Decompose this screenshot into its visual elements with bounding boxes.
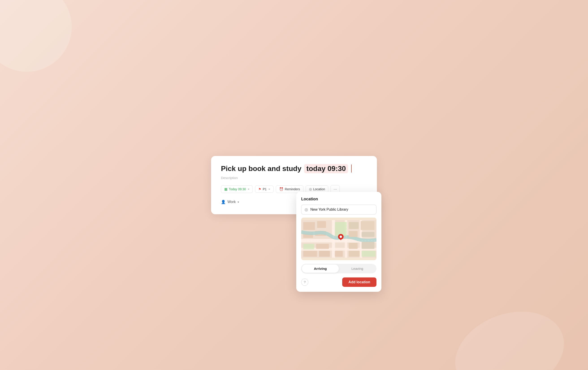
add-location-button[interactable]: Add location	[342, 277, 377, 287]
popup-footer: ? Add location	[301, 277, 377, 287]
task-title-static: Pick up book and study	[221, 165, 301, 173]
location-search-input[interactable]	[310, 208, 373, 211]
alarm-icon: ⏰	[279, 187, 284, 191]
priority-chip[interactable]: ⚑ P1 ×	[255, 186, 273, 193]
svg-rect-21	[335, 222, 347, 236]
svg-rect-17	[303, 251, 317, 257]
svg-rect-14	[362, 232, 374, 237]
priority-chip-label: P1	[263, 187, 266, 191]
reminders-chip-label: Reminders	[285, 187, 300, 191]
task-description: Description	[221, 176, 367, 180]
svg-rect-16	[362, 242, 374, 249]
location-input-wrap: ◎	[301, 205, 377, 214]
svg-rect-22	[362, 251, 376, 257]
task-title-highlight: today 09:30	[304, 164, 348, 173]
calendar-icon: ▦	[224, 187, 227, 191]
date-chip-close[interactable]: ×	[248, 188, 249, 191]
chevron-down-icon: ▾	[238, 200, 239, 204]
arriving-leaving-toggle: Arriving Leaving	[301, 264, 377, 274]
svg-rect-12	[361, 221, 374, 230]
help-button[interactable]: ?	[301, 279, 308, 286]
location-popup: Location ◎	[296, 192, 381, 292]
svg-rect-11	[349, 222, 358, 229]
svg-rect-20	[349, 251, 360, 257]
map-svg	[301, 218, 377, 260]
location-search-icon: ◎	[304, 207, 308, 212]
text-cursor	[351, 165, 352, 173]
question-mark-icon: ?	[304, 280, 306, 284]
svg-point-29	[340, 235, 342, 238]
svg-rect-13	[349, 231, 358, 237]
map-container	[301, 218, 377, 260]
svg-rect-19	[335, 251, 343, 257]
popup-title: Location	[301, 197, 377, 201]
location-chip-label: Location	[313, 187, 325, 191]
svg-rect-24	[316, 244, 329, 249]
person-icon: 👤	[221, 200, 226, 204]
task-card: Pick up book and study today 09:30 Descr…	[211, 156, 377, 214]
svg-rect-23	[303, 244, 314, 249]
date-chip[interactable]: ▦ Today 09:30 ×	[221, 185, 253, 193]
svg-rect-18	[319, 251, 330, 257]
date-chip-label: Today 09:30	[229, 187, 246, 191]
project-label: Work	[227, 200, 236, 204]
flag-icon: ⚑	[258, 187, 261, 191]
leaving-button[interactable]: Leaving	[339, 264, 376, 273]
svg-rect-15	[349, 243, 358, 249]
arriving-button[interactable]: Arriving	[302, 264, 339, 273]
svg-rect-2	[303, 222, 315, 230]
location-chip-icon: ◎	[309, 187, 312, 191]
priority-chip-close[interactable]: ×	[268, 188, 270, 191]
task-title-row: Pick up book and study today 09:30	[221, 164, 367, 173]
svg-rect-3	[317, 221, 326, 228]
